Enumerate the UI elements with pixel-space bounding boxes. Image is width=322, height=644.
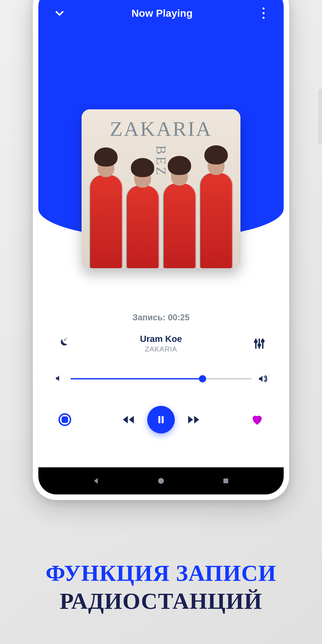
pause-icon [156, 414, 166, 425]
pause-button[interactable] [147, 406, 175, 434]
svg-point-7 [262, 340, 264, 342]
transport-controls [38, 406, 284, 434]
phone-frame: Now Playing ZAKARIA BEZ Запись: 00:25 [33, 0, 289, 500]
track-info: Uram Koe ZAKARIA [70, 334, 252, 353]
volume-down-button[interactable] [55, 374, 64, 384]
promo-caption-line2: РАДИОСТАНЦИЙ [0, 588, 322, 614]
nav-home-button[interactable] [156, 476, 166, 486]
promo-caption-line1: ФУНКЦИЯ ЗАПИСИ [0, 560, 322, 586]
more-vertical-icon [262, 8, 264, 10]
collapse-button[interactable] [53, 7, 66, 20]
slider-fill [70, 378, 202, 380]
chevron-down-icon [54, 8, 65, 19]
track-info-row: zz Uram Koe ZAKARIA [38, 334, 284, 353]
rewind-button[interactable] [119, 410, 138, 429]
album-art-image: ZAKARIA BEZ [82, 109, 240, 268]
album-art[interactable]: ZAKARIA BEZ [82, 109, 240, 268]
android-navbar [38, 467, 284, 494]
record-stop-button[interactable] [55, 410, 74, 429]
nav-recent-button[interactable] [221, 476, 231, 486]
volume-low-icon [55, 374, 63, 382]
moon-sleep-icon: zz [56, 338, 69, 350]
forward-button[interactable] [184, 410, 203, 429]
svg-rect-11 [162, 416, 164, 423]
album-figures [82, 166, 240, 268]
sleep-timer-button[interactable]: zz [55, 336, 70, 351]
more-vertical-icon [262, 12, 264, 14]
more-options-button[interactable] [258, 6, 269, 20]
album-text-primary: ZAKARIA [82, 117, 240, 141]
figure-silhouette [200, 173, 232, 268]
volume-row [38, 374, 284, 384]
more-vertical-icon [262, 17, 264, 19]
forward-icon [187, 413, 200, 426]
figure-silhouette [90, 175, 122, 268]
svg-text:z: z [66, 338, 67, 339]
figure-silhouette [164, 184, 195, 268]
equalizer-icon [253, 338, 265, 350]
slider-thumb[interactable] [199, 375, 206, 382]
track-artist: ZAKARIA [70, 345, 252, 353]
svg-rect-9 [62, 417, 67, 422]
equalizer-button[interactable] [252, 336, 267, 351]
figure-silhouette [127, 186, 158, 268]
volume-high-icon [258, 374, 267, 384]
svg-rect-13 [224, 478, 228, 484]
rewind-icon [122, 413, 135, 426]
svg-point-5 [255, 340, 257, 343]
phone-screen: Now Playing ZAKARIA BEZ Запись: 00:25 [38, 0, 284, 494]
promo-caption: ФУНКЦИЯ ЗАПИСИ РАДИОСТАНЦИЙ [0, 560, 322, 614]
nav-recent-icon [222, 477, 230, 484]
recording-status: Запись: 00:25 [38, 313, 284, 322]
svg-point-12 [158, 478, 164, 484]
header-bar: Now Playing [38, 0, 284, 26]
favorite-button[interactable] [248, 410, 267, 429]
nav-back-button[interactable] [91, 476, 101, 486]
nav-back-icon [92, 477, 100, 485]
svg-rect-10 [158, 416, 160, 423]
heart-icon [250, 413, 264, 426]
svg-point-6 [258, 344, 260, 346]
track-title: Uram Koe [70, 334, 252, 344]
stop-record-icon [58, 413, 72, 426]
lower-panel [38, 238, 284, 494]
svg-text:z: z [64, 338, 66, 341]
phone-side-button [318, 89, 322, 144]
page-title: Now Playing [132, 8, 193, 19]
nav-home-icon [157, 477, 165, 485]
volume-slider[interactable] [70, 374, 252, 383]
volume-up-button[interactable] [258, 374, 267, 384]
